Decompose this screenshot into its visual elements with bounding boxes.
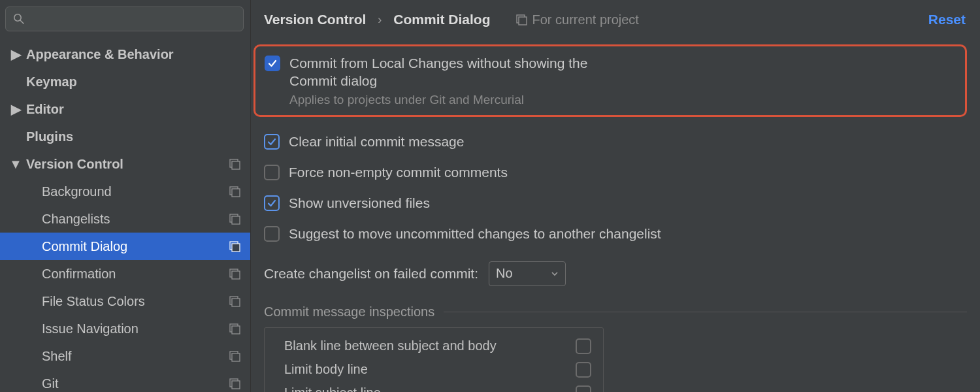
project-scope-icon bbox=[225, 295, 244, 307]
inspection-label: Limit subject line bbox=[284, 385, 381, 392]
option-label: Force non-empty commit comments bbox=[289, 163, 508, 181]
sidebar-item-issue-navigation[interactable]: Issue Navigation bbox=[0, 315, 250, 342]
search-input[interactable] bbox=[5, 7, 244, 31]
chevron-right-icon: ▶ bbox=[9, 46, 22, 62]
project-scope-icon bbox=[225, 186, 244, 197]
svg-rect-13 bbox=[232, 299, 240, 306]
sidebar-item-confirmation[interactable]: Confirmation bbox=[0, 260, 250, 287]
sidebar-item-editor[interactable]: ▶Editor bbox=[0, 95, 250, 123]
sidebar-item-changelists[interactable]: Changelists bbox=[0, 205, 250, 233]
crumb-version-control[interactable]: Version Control bbox=[264, 12, 366, 27]
sidebar-item-appearance-behavior[interactable]: ▶Appearance & Behavior bbox=[0, 41, 250, 68]
create-changelist-dropdown[interactable]: No bbox=[489, 261, 566, 286]
svg-rect-21 bbox=[519, 17, 527, 25]
option-label: Show unversioned files bbox=[289, 194, 430, 212]
inspection-label: Blank line between subject and body bbox=[284, 338, 497, 353]
sidebar-item-label: Editor bbox=[26, 102, 244, 117]
project-scope-icon bbox=[225, 323, 244, 335]
checkbox-commit-from-local[interactable] bbox=[265, 56, 280, 71]
svg-rect-3 bbox=[232, 161, 240, 169]
settings-tree: ▶Appearance & BehaviorKeymap▶EditorPlugi… bbox=[0, 37, 250, 392]
separator bbox=[444, 312, 967, 312]
sidebar-item-label: Version Control bbox=[26, 157, 225, 172]
sidebar-item-git[interactable]: Git bbox=[0, 370, 250, 392]
inspection-label: Limit body line bbox=[284, 362, 368, 377]
sidebar-item-keymap[interactable]: Keymap bbox=[0, 68, 250, 95]
svg-rect-19 bbox=[232, 381, 240, 389]
sidebar-item-file-status-colors[interactable]: File Status Colors bbox=[0, 287, 250, 315]
inspection-checkbox[interactable] bbox=[576, 362, 591, 378]
inspection-row[interactable]: Blank line between subject and body bbox=[284, 335, 591, 358]
create-changelist-label: Create changelist on failed commit: bbox=[264, 265, 478, 282]
sidebar-item-label: Issue Navigation bbox=[42, 321, 225, 336]
sidebar-item-label: Shelf bbox=[42, 349, 225, 364]
svg-rect-9 bbox=[232, 244, 240, 252]
svg-rect-5 bbox=[232, 189, 240, 197]
fieldset-legend-label: Commit message inspections bbox=[264, 304, 434, 319]
sidebar-item-shelf[interactable]: Shelf bbox=[0, 342, 250, 370]
settings-panel: Version Control › Commit Dialog For curr… bbox=[251, 0, 980, 392]
checkbox-force-nonempty[interactable] bbox=[264, 165, 280, 180]
option-label: Suggest to move uncommitted changes to a… bbox=[289, 225, 661, 242]
project-scope-icon bbox=[515, 14, 527, 25]
chevron-right-icon: › bbox=[378, 13, 382, 27]
inspection-checkbox[interactable] bbox=[576, 338, 591, 354]
svg-rect-11 bbox=[232, 271, 240, 279]
project-scope-icon bbox=[225, 213, 244, 225]
settings-sidebar: ▶Appearance & BehaviorKeymap▶EditorPlugi… bbox=[0, 0, 251, 392]
sidebar-item-label: Commit Dialog bbox=[42, 239, 225, 254]
checkbox-clear-initial-msg[interactable] bbox=[264, 134, 280, 150]
project-scope-icon bbox=[225, 158, 244, 170]
project-scope-icon bbox=[225, 350, 244, 362]
option-label: Clear initial commit message bbox=[289, 133, 464, 150]
svg-rect-7 bbox=[232, 216, 240, 224]
sidebar-item-background[interactable]: Background bbox=[0, 178, 250, 205]
project-scope-icon bbox=[225, 378, 244, 389]
option-sublabel: Applies to projects under Git and Mercur… bbox=[289, 93, 612, 107]
chevron-down-icon bbox=[551, 270, 559, 278]
highlighted-option: Commit from Local Changes without showin… bbox=[253, 44, 967, 117]
sidebar-item-label: Appearance & Behavior bbox=[26, 47, 244, 62]
svg-rect-15 bbox=[232, 326, 240, 334]
sidebar-item-label: Background bbox=[42, 184, 225, 199]
sidebar-item-label: Keymap bbox=[26, 74, 244, 90]
checkbox-show-unversioned[interactable] bbox=[264, 195, 280, 211]
inspection-row[interactable]: Limit body line bbox=[284, 358, 591, 382]
inspection-row[interactable]: Limit subject line bbox=[284, 382, 591, 392]
sidebar-item-label: File Status Colors bbox=[42, 294, 225, 309]
option-label: Commit from Local Changes without showin… bbox=[289, 54, 612, 90]
commit-message-inspections-group: Commit message inspections Blank line be… bbox=[264, 304, 967, 392]
chevron-down-icon: ▼ bbox=[9, 157, 22, 172]
sidebar-item-label: Changelists bbox=[42, 212, 225, 227]
sidebar-item-label: Git bbox=[42, 376, 225, 391]
reset-button[interactable]: Reset bbox=[928, 12, 966, 27]
checkbox-suggest-move[interactable] bbox=[264, 226, 280, 242]
sidebar-item-label: Confirmation bbox=[42, 267, 225, 282]
breadcrumb: Version Control › Commit Dialog For curr… bbox=[264, 12, 967, 27]
sidebar-item-label: Plugins bbox=[26, 129, 244, 144]
sidebar-item-version-control[interactable]: ▼Version Control bbox=[0, 150, 250, 178]
svg-rect-17 bbox=[232, 353, 240, 361]
svg-line-1 bbox=[20, 20, 24, 24]
search-icon bbox=[12, 12, 25, 25]
crumb-commit-dialog: Commit Dialog bbox=[393, 12, 490, 27]
sidebar-item-commit-dialog[interactable]: Commit Dialog bbox=[0, 233, 250, 260]
sidebar-item-plugins[interactable]: Plugins bbox=[0, 123, 250, 150]
chevron-right-icon: ▶ bbox=[9, 101, 22, 117]
inspection-checkbox[interactable] bbox=[576, 385, 591, 392]
for-current-project-label: For current project bbox=[515, 12, 639, 27]
project-scope-icon bbox=[225, 268, 244, 280]
project-scope-icon bbox=[225, 240, 244, 252]
